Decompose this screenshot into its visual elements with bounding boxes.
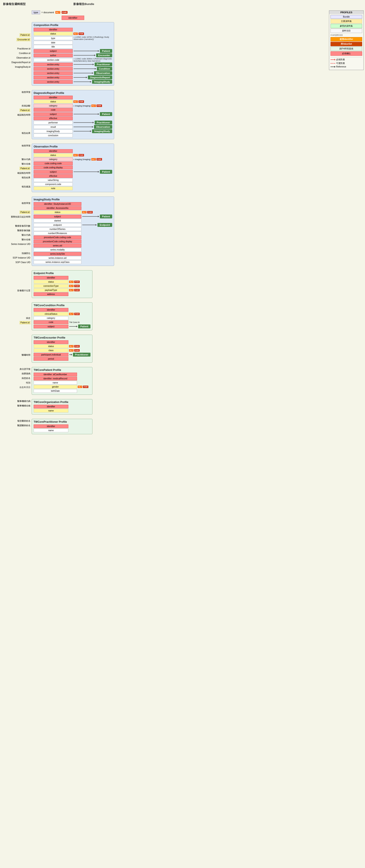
legend-arrow-reference: Reference xyxy=(331,65,362,68)
legend-value-set[interactable]: 用ValueSet xyxy=(331,42,362,46)
subject-arrow-line xyxy=(73,51,99,51)
dr-title: DiagnosticReport Profile xyxy=(34,92,112,95)
diagram-area: type = document HL7FHIR identifier Patie xyxy=(1,10,327,439)
legend-arrows: 必填對應 可選對應 Reference xyxy=(331,57,362,68)
legend-fhir-id[interactable]: 使用identifier xyxy=(331,37,362,41)
prac-section: 報告醫師姓名 醫護醫師姓名 TWCorePractitioner Profile… xyxy=(1,419,327,434)
label-practitioner-id-comp: Practitioner.id xyxy=(1,46,32,51)
legend-arrow-required: 必填對應 xyxy=(331,58,362,61)
is-left-labels: 檢查單號 Patient.id 實際拍當日起訖時間 醫療影像系列 xyxy=(1,196,32,266)
legend-arrow-optional: 可選對應 xyxy=(331,62,362,65)
org-section: 醫事機構代碼 醫事機構名稱 TWCoreOrganization Profile… xyxy=(1,399,327,414)
dr-imagingstudy-row: imagingStudy ImagingStudy xyxy=(34,129,112,133)
org-left-labels: 醫事機構代碼 醫事機構名稱 xyxy=(1,399,32,414)
comp-sectioncode-field: section.code xyxy=(34,58,73,62)
comp-entry3-field: section.entry xyxy=(34,71,73,75)
legend-required[interactable]: 必填欄位 xyxy=(331,52,362,56)
label-observation-id: Observation.id xyxy=(1,56,32,60)
bundle-type-row: type = document HL7FHIR xyxy=(32,10,327,14)
dr-observation-target: Observation xyxy=(94,125,112,129)
endpoint-section: 影像圖片位置 Endpoint Profile identifier statu… xyxy=(1,270,327,298)
prac-left-labels: 報告醫師姓名 醫護醫師姓名 xyxy=(1,419,32,434)
comp-entry1-row: section.entry Practitioner xyxy=(34,62,112,66)
composition-profile-box: Composition Profile identifier status HL… xyxy=(32,22,114,86)
comp-practitioner-target: Practitioner xyxy=(95,62,112,66)
comp-observation-target: Observation xyxy=(94,71,112,75)
dr-conclusion-row: conclusion xyxy=(34,134,112,137)
comp-entry2-row: section.entry Condition xyxy=(34,67,112,71)
label-checkno-dr: 檢查單號 xyxy=(1,90,32,94)
comp-date-row: date xyxy=(34,41,112,44)
label-imagingstudy-id: ImagingStudy.id xyxy=(1,65,32,69)
dr-result-row: result Observation xyxy=(34,125,112,129)
comp-patient-target: Patient xyxy=(100,49,112,53)
is-profile-box: ImagingStudy Profile identifier: StudyIn… xyxy=(32,196,114,266)
comp-title-row: title xyxy=(34,45,112,49)
legend-box: PROFILES Bundle 主要資料集 參照的資料集 資料項目 FHIR資料… xyxy=(329,10,364,70)
comp-entry1-field: section.entry xyxy=(34,63,73,66)
condition-section: 病史 Patient.id TWCoreCondition Profile id… xyxy=(1,302,327,330)
composition-left-labels: Patient.id Encounter.id Practitioner.id … xyxy=(1,22,32,86)
fhir-badge: FHIR xyxy=(62,11,67,14)
dr-imagingstudy-target: ImagingStudy xyxy=(92,129,112,133)
comp-sectioncode-row: section.code = LOINC code 30954-2 (Relev… xyxy=(34,58,112,62)
patient-section: 身分證字號 病歷號碼 病患姓名 性別 出 xyxy=(1,367,327,395)
comp-date-field: date xyxy=(34,41,73,44)
dr-patient-target: Patient xyxy=(100,112,112,116)
label-condition-id: Condition.id xyxy=(1,51,32,55)
comp-entry4-row: section.entry DiagnosticReport xyxy=(34,75,112,80)
dr-category-row: category = imaging (Imaging) HL7FHIR xyxy=(34,104,112,107)
hl7-badge: HL7 xyxy=(55,11,60,14)
composition-section: Patient.id Encounter.id Practitioner.id … xyxy=(1,22,327,86)
center-title: 影像報告Bundle xyxy=(73,2,94,6)
prac-profile-box: TWCorePractitioner Profile identifier na… xyxy=(32,419,92,434)
dr-subject-row: subject Patient xyxy=(34,112,112,116)
type-eq: = document xyxy=(41,11,54,14)
comp-type-field: type xyxy=(34,36,73,40)
dr-identifier-row: identifier xyxy=(34,96,112,99)
comp-author-field: author xyxy=(34,54,73,57)
diagnosticreport-section: 檢查單號 疾病診斷 Patient.id 確認報告時間 xyxy=(1,90,327,139)
legend-bundle[interactable]: Bundle xyxy=(331,15,362,19)
dr-status-row: status HL7FHIR xyxy=(34,100,112,103)
comp-condition-target: Condition xyxy=(97,67,112,71)
legend-data-item[interactable]: 資料項目 xyxy=(331,29,362,33)
comp-identifier-row: identifier xyxy=(34,28,112,31)
legend-fhir-section: FHIR資料項目 xyxy=(331,34,362,37)
comp-title-field: title xyxy=(34,45,73,49)
comp-encounter-target: Encounter xyxy=(96,53,112,57)
comp-subject-row: subject Patient xyxy=(34,49,112,53)
label-diagnosticreport-id: DiagnosticReport.id xyxy=(1,60,32,64)
legend-fhir-enum[interactable]: 因FHIR而固填 xyxy=(331,46,362,51)
obs-profile-box: Observation Profile identifier status HL… xyxy=(32,144,114,192)
dr-profile-box: DiagnosticReport Profile identifier stat… xyxy=(32,90,114,139)
dr-code-row: code xyxy=(34,108,112,112)
label-diagnosis: 疾病診斷 xyxy=(1,104,32,108)
bundle-identifier: identifier xyxy=(62,16,84,20)
org-profile-box: TWCoreOrganization Profile identifier na… xyxy=(32,399,92,414)
cond-left-labels: 病史 Patient.id xyxy=(1,302,32,330)
comp-type-row: type = LOINC code 18782-3 (Radiology Stu… xyxy=(34,36,112,40)
comp-entry5-field: section.entry xyxy=(34,80,73,84)
pat-profile-box: TWCorePatient Profile identifier: idCard… xyxy=(32,367,92,395)
left-title: 影像報告邏輯模型 xyxy=(3,2,26,6)
obs-left-labels: 檢查單號 醫令代碼 醫令名稱 Patient.id xyxy=(1,144,32,192)
ep-profile-box: Endpoint Profile identifier status HL7FH… xyxy=(32,270,92,298)
comp-entry4-field: section.entry xyxy=(34,76,73,80)
comp-entry3-row: section.entry Observation xyxy=(34,71,112,75)
obs-title: Observation Profile xyxy=(34,145,112,148)
comp-status-field: status xyxy=(34,32,73,36)
cond-profile-box: TWCoreCondition Profile identifier clini… xyxy=(32,302,92,330)
dr-left-labels: 檢查單號 疾病診斷 Patient.id 確認報告時間 xyxy=(1,90,32,139)
comp-entry5-row: section.entry ImagingStudy xyxy=(34,80,112,84)
label-reportresult-dr: 報告結果 xyxy=(1,131,32,135)
comp-diagreport-target: DiagnosticReport xyxy=(88,75,112,80)
label-encounter-id: Encounter.id xyxy=(1,37,32,42)
observation-section: 檢查單號 醫令代碼 醫令名稱 Patient.id xyxy=(1,144,327,192)
enc-profile-box: TWCoreEncounter Profile identifier statu… xyxy=(32,335,92,363)
title-header: 影像報告邏輯模型 影像報告Bundle xyxy=(1,1,364,7)
legend-main-set[interactable]: 主要資料集 xyxy=(331,19,362,24)
legend-ref-set[interactable]: 參照的資料集 xyxy=(331,24,362,28)
legend-panel: PROFILES Bundle 主要資料集 參照的資料集 資料項目 FHIR資料… xyxy=(329,10,364,439)
comp-entry2-field: section.entry xyxy=(34,67,73,71)
